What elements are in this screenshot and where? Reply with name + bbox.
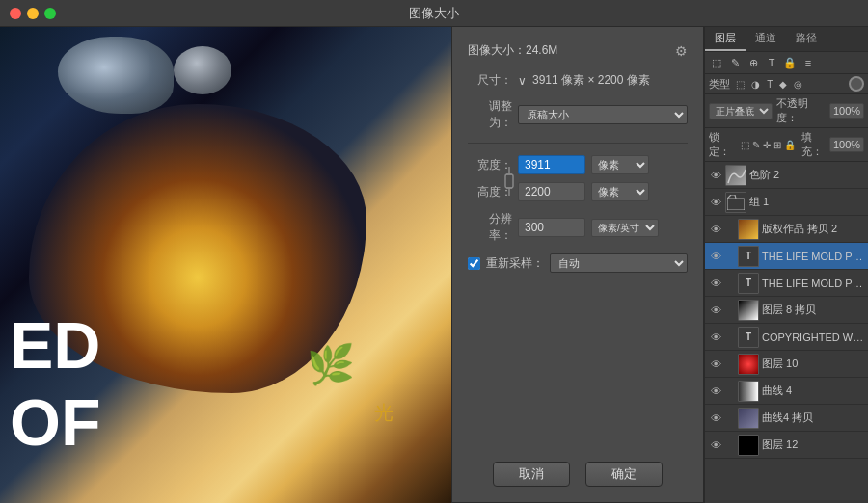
svg-rect-0 [505,174,513,188]
lock-image-icon[interactable]: ✎ [752,140,760,150]
filter-adjust-icon[interactable]: ◑ [751,79,760,90]
ok-button[interactable]: 确定 [585,462,663,487]
window-title: 图像大小 [409,5,459,22]
dimensions-arrow[interactable]: ∨ [518,74,527,88]
main-content: 🌿 ED OF 光 图像大小：24.6M ⚙ 尺寸： ∨ 3911 像素 × 2… [0,27,868,503]
canvas-text-guang: 光 [374,400,393,426]
tab-channels[interactable]: 通道 [746,27,786,51]
cancel-button[interactable]: 取消 [493,462,570,487]
svg-rect-1 [727,199,745,210]
opacity-input[interactable] [829,103,864,119]
fill-input[interactable] [829,137,864,152]
minimize-button[interactable] [27,8,39,19]
layers-tool-5[interactable]: 🔒 [782,55,798,70]
layer-name: 色阶 2 [749,168,864,182]
spacer [468,282,688,444]
dimensions-value: 3911 像素 × 2200 像素 [532,72,650,89]
layer-name: THE LIFE MOLD PLATE [762,278,864,289]
layer-item[interactable]: 👁 T THE LIFE MOLD PLATE [705,270,868,297]
filter-pixel-icon[interactable]: ⬚ [736,79,745,90]
layer-visibility-icon[interactable]: 👁 [709,357,722,371]
filter-shape-icon[interactable]: ◆ [779,79,787,90]
layer-thumbnail [738,381,759,402]
maximize-button[interactable] [44,8,56,19]
layer-visibility-icon[interactable]: 👁 [709,223,722,236]
width-unit-select[interactable]: 像素 [591,155,649,174]
layers-tool-2[interactable]: ✎ [727,55,743,70]
layer-name: 图层 12 [762,437,864,452]
fill-row: 填充： [801,130,864,159]
layer-item[interactable]: 👁 T COPYRIGHTED WORKS O [705,324,868,351]
layer-name: 组 1 [749,195,864,209]
layer-name: 版权作品 拷贝 2 [762,222,864,236]
layer-visibility-icon[interactable]: 👁 [709,438,722,452]
lock-label: 锁定： [709,130,738,159]
layer-item[interactable]: 👁 T THE LIFE MOLD PLATE [705,243,868,270]
close-button[interactable] [10,8,21,19]
layers-tool-3[interactable]: ⊕ [746,55,761,70]
width-input[interactable] [518,155,585,174]
lock-all-icon[interactable]: 🔒 [784,140,796,150]
layer-item[interactable]: 👁 图层 12 [705,432,868,459]
layer-visibility-icon[interactable]: 👁 [709,169,722,182]
layer-item[interactable]: 👁 图层 10 [705,351,868,378]
resolution-label: 分辨率： [468,211,512,244]
tab-paths[interactable]: 路径 [786,27,827,51]
layer-item[interactable]: 👁 色阶 2 [705,162,868,189]
layer-thumbnail: T [738,246,759,267]
type-filter-label: 类型 [709,77,730,92]
image-size-dialog: 图像大小：24.6M ⚙ 尺寸： ∨ 3911 像素 × 2200 像素 调整为… [451,27,704,503]
layer-thumbnail [738,300,759,321]
layer-visibility-icon[interactable]: 👁 [709,277,722,290]
resolution-unit-select[interactable]: 像素/英寸 [591,219,659,237]
height-unit-select[interactable]: 像素 [591,182,649,201]
blend-mode-select[interactable]: 正片叠底 [709,103,773,119]
layer-visibility-icon[interactable]: 👁 [709,384,722,398]
layer-item[interactable]: 👁 组 1 [705,189,868,216]
lock-artboard-icon[interactable]: ⊞ [773,140,781,150]
layer-thumbnail [738,354,759,375]
filter-smart-icon[interactable]: ◎ [794,79,802,90]
filter-toggle[interactable] [849,76,864,92]
adjust-select[interactable]: 原稿大小 [518,105,688,124]
layers-filter-row: 类型 ⬚ ◑ T ◆ ◎ [705,74,868,94]
canvas-text-ed: ED [10,312,100,378]
layers-list: 👁 色阶 2 👁 组 1 [705,162,868,503]
layer-visibility-icon[interactable]: 👁 [709,331,722,344]
sphere-top-decoration [58,37,174,114]
layer-visibility-icon[interactable]: 👁 [709,250,722,263]
filter-text-icon[interactable]: T [767,79,773,90]
layers-tool-1[interactable]: ⬚ [709,55,724,70]
layer-visibility-icon[interactable]: 👁 [709,304,722,317]
layers-tool-4[interactable]: T [764,55,779,70]
window-controls [10,8,56,19]
height-input[interactable] [518,182,585,201]
layer-item[interactable]: 👁 图层 8 拷贝 [705,297,868,324]
layers-tool-6[interactable]: ≡ [800,55,816,70]
divider [468,143,688,144]
layer-name: 图层 10 [762,357,864,371]
resample-checkbox[interactable] [468,257,480,270]
height-row: 高度： 像素 [468,182,688,201]
resample-label: 重新采样： [486,255,544,272]
layer-thumbnail [725,192,746,213]
layer-visibility-icon[interactable]: 👁 [709,196,722,209]
layer-item[interactable]: 👁 曲线 4 [705,378,868,405]
adjust-row: 调整为： 原稿大小 [468,98,688,131]
lock-position-icon[interactable]: ✛ [763,140,771,150]
layer-visibility-icon[interactable]: 👁 [709,411,722,425]
lock-transparent-icon[interactable]: ⬚ [741,140,749,150]
opacity-label: 不透明度： [776,96,826,125]
layer-thumbnail [738,408,759,429]
sphere-small-decoration [174,46,231,94]
gear-icon[interactable]: ⚙ [675,43,688,59]
layer-item[interactable]: 👁 版权作品 拷贝 2 [705,216,868,243]
layer-item[interactable]: 👁 曲线4 拷贝 [705,405,868,432]
resolution-input[interactable] [518,218,585,237]
layer-name: COPYRIGHTED WORKS O [762,331,864,343]
layer-thumbnail: T [738,327,759,348]
resample-select[interactable]: 自动 [550,253,688,273]
resolution-row: 分辨率： 像素/英寸 [468,211,688,244]
layers-panel: 图层 通道 路径 ⬚ ✎ ⊕ T 🔒 ≡ 类型 ⬚ ◑ T ◆ ◎ [704,27,868,503]
tab-layers[interactable]: 图层 [705,27,746,51]
